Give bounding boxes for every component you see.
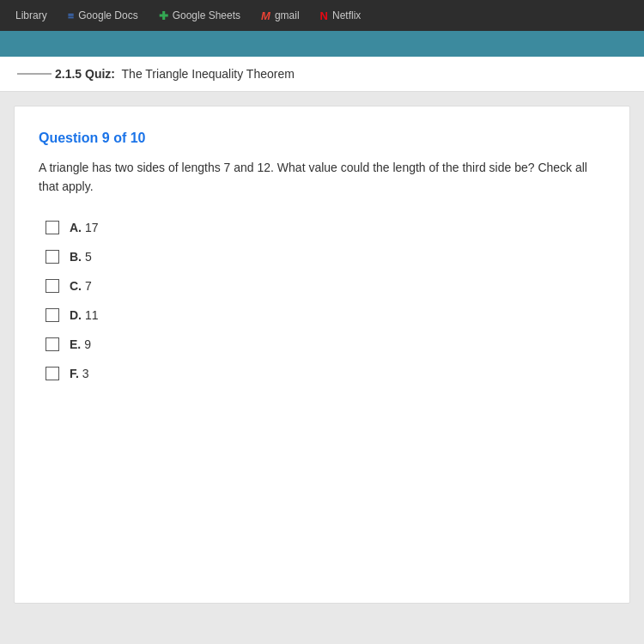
sheets-label: Google Sheets (173, 9, 240, 21)
option-c-label: C. 7 (70, 279, 92, 293)
checkbox-a[interactable] (46, 221, 59, 234)
option-e-letter: E. (70, 337, 81, 351)
netflix-icon: N (320, 9, 328, 22)
sheets-icon: ✚ (159, 9, 168, 22)
option-d-value: 11 (85, 308, 99, 322)
option-c-letter: C. (70, 279, 82, 293)
checkbox-f[interactable] (46, 367, 59, 380)
option-e-label: E. 9 (70, 337, 91, 351)
bookmark-bar (0, 31, 644, 57)
quiz-subtitle: The Triangle Inequality Theorem (122, 67, 295, 81)
checkbox-c[interactable] (46, 279, 59, 293)
checkbox-b[interactable] (46, 250, 59, 264)
question-text: A triangle has two sides of lengths 7 an… (39, 158, 605, 197)
option-d-letter: D. (70, 308, 82, 322)
option-a-label: A. 17 (70, 221, 98, 234)
browser-toolbar: Library ≡ Google Docs ✚ Google Sheets M … (0, 0, 644, 31)
quiz-title: 2.1.5 Quiz: The Triangle Inequality Theo… (55, 67, 295, 81)
docs-label: Google Docs (78, 9, 137, 21)
quiz-breadcrumb: 2.1.5 Quiz: (55, 67, 115, 81)
option-c[interactable]: C. 7 (46, 279, 605, 293)
option-b-letter: B. (70, 250, 82, 264)
docs-icon: ≡ (68, 9, 75, 22)
option-b-label: B. 5 (70, 250, 92, 264)
netflix-label: Netflix (332, 9, 361, 21)
tab-library[interactable]: Library (7, 6, 56, 25)
option-b[interactable]: B. 5 (46, 250, 605, 264)
tab-google-docs[interactable]: ≡ Google Docs (59, 6, 147, 26)
option-f-value: 3 (82, 367, 89, 380)
header-divider (17, 73, 52, 75)
tab-google-sheets[interactable]: ✚ Google Sheets (150, 6, 249, 26)
gmail-icon: M (261, 9, 270, 22)
question-number: Question 9 of 10 (39, 131, 605, 146)
option-f[interactable]: F. 3 (46, 367, 605, 380)
option-c-value: 7 (85, 279, 92, 293)
option-f-label: F. 3 (70, 367, 89, 380)
option-e-value: 9 (84, 337, 91, 351)
quiz-header: 2.1.5 Quiz: The Triangle Inequality Theo… (0, 57, 644, 92)
option-f-letter: F. (70, 367, 79, 380)
answer-options: A. 17 B. 5 C. 7 D. 11 (46, 221, 605, 380)
option-a-value: 17 (85, 221, 99, 234)
gmail-label: gmail (275, 9, 300, 21)
option-a[interactable]: A. 17 (46, 221, 605, 234)
checkbox-e[interactable] (46, 337, 59, 351)
option-d[interactable]: D. 11 (46, 308, 605, 322)
option-a-letter: A. (70, 221, 82, 234)
library-label: Library (15, 9, 47, 21)
quiz-body: Question 9 of 10 A triangle has two side… (14, 106, 630, 604)
option-e[interactable]: E. 9 (46, 337, 605, 351)
tab-netflix[interactable]: N Netflix (312, 6, 370, 26)
tab-gmail[interactable]: M gmail (252, 6, 308, 26)
checkbox-d[interactable] (46, 308, 59, 322)
main-content: 2.1.5 Quiz: The Triangle Inequality Theo… (0, 57, 644, 644)
option-b-value: 5 (85, 250, 92, 264)
option-d-label: D. 11 (70, 308, 98, 322)
